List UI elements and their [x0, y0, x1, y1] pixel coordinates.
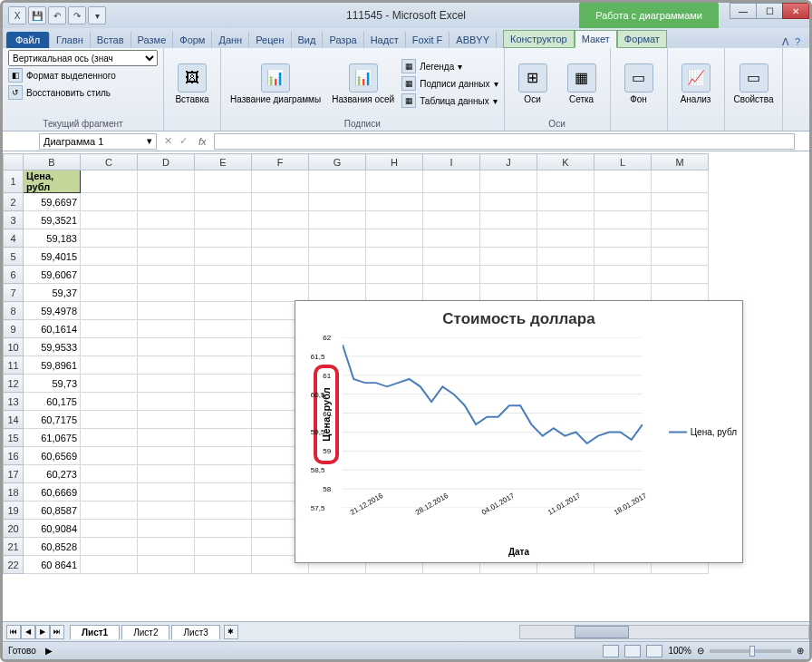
minimize-button[interactable]: — — [730, 3, 757, 19]
axes-icon: ⊞ — [518, 63, 547, 92]
axis-titles-button[interactable]: 📊Названия осей — [328, 62, 398, 106]
tab-chart-layout[interactable]: Макет — [575, 30, 617, 48]
legend-swatch — [669, 431, 687, 433]
gridlines-icon: ▦ — [567, 63, 596, 92]
gridlines-button[interactable]: ▦Сетка — [559, 62, 604, 106]
embedded-chart[interactable]: Стоимость доллара Цена, рубл 6261,56160,… — [295, 300, 743, 563]
sheet-tab-1[interactable]: Лист1 — [70, 625, 120, 639]
sheet-tab-bar: ⏮ ◀ ▶ ⏭ Лист1 Лист2 Лист3 ✱ — [3, 621, 809, 641]
formula-input[interactable] — [214, 133, 795, 150]
qat-undo-icon[interactable]: ↶ — [48, 6, 66, 24]
analysis-icon: 📈 — [682, 63, 710, 92]
chart-tools-context: Работа с диаграммами — [579, 3, 719, 28]
reset-style-button[interactable]: ↺Восстановить стиль — [8, 84, 158, 101]
data-table-button[interactable]: ▦Таблица данных ▾ — [401, 92, 498, 109]
axis-titles-icon: 📊 — [349, 63, 378, 92]
pagebreak-view-button[interactable] — [646, 645, 662, 657]
tab-review[interactable]: Рецен — [249, 32, 291, 48]
enter-icon[interactable]: ✓ — [176, 135, 191, 147]
ribbon: Вертикальная ось (знач ◧Формат выделенно… — [3, 48, 809, 131]
reset-style-icon: ↺ — [8, 85, 23, 100]
group-labels: 📊Название диаграммы 📊Названия осей ▦Леге… — [221, 48, 505, 131]
macro-record-icon[interactable]: ▶ — [45, 646, 53, 656]
sheet-tab-3[interactable]: Лист3 — [171, 625, 219, 639]
ribbon-tabs: Файл Главн Встав Разме Форм Данн Рецен В… — [3, 28, 809, 48]
zoom-out-button[interactable]: ⊖ — [697, 646, 704, 656]
sheet-tab-2[interactable]: Лист2 — [121, 625, 169, 639]
scrollbar-thumb[interactable] — [575, 626, 629, 638]
tab-developer[interactable]: Разра — [323, 32, 363, 48]
new-sheet-button[interactable]: ✱ — [224, 625, 238, 639]
group-background: ▭Фон — [611, 48, 668, 131]
tab-view[interactable]: Вид — [292, 32, 324, 48]
title-bar: X 💾 ↶ ↷ ▾ 111545 - Microsoft Excel Работ… — [3, 3, 809, 28]
qat-dropdown-icon[interactable]: ▾ — [88, 6, 106, 24]
sheet-nav-prev[interactable]: ◀ — [21, 625, 35, 639]
qat-redo-icon[interactable]: ↷ — [68, 6, 86, 24]
chart-title-icon: 📊 — [261, 63, 290, 92]
sheet-nav-next[interactable]: ▶ — [35, 625, 50, 639]
background-icon: ▭ — [624, 63, 653, 92]
insert-button[interactable]: 🖼Вставка — [169, 62, 215, 106]
qat-save-icon[interactable]: 💾 — [28, 6, 46, 24]
zoom-slider[interactable] — [710, 649, 791, 653]
tab-chart-design[interactable]: Конструктор — [503, 30, 575, 48]
zoom-in-button[interactable]: ⊕ — [797, 646, 804, 656]
normal-view-button[interactable] — [603, 645, 619, 657]
tab-data[interactable]: Данн — [212, 32, 249, 48]
chart-title-button[interactable]: 📊Название диаграммы — [227, 62, 324, 106]
maximize-button[interactable]: ☐ — [756, 3, 783, 19]
tab-insert[interactable]: Встав — [91, 32, 131, 48]
tab-chart-format[interactable]: Формат — [617, 30, 667, 48]
plot-area[interactable] — [343, 337, 643, 508]
tab-pagelayout[interactable]: Разме — [131, 32, 174, 48]
sheet-nav-last[interactable]: ⏭ — [50, 625, 64, 639]
formula-bar: Диаграмма 1▾ ✕ ✓ fx — [3, 131, 809, 151]
legend-icon: ▦ — [401, 59, 416, 73]
namebox-dropdown-icon[interactable]: ▾ — [147, 135, 152, 147]
legend-button[interactable]: ▦Легенда ▾ — [401, 58, 498, 74]
pagelayout-view-button[interactable] — [624, 645, 641, 657]
window-controls: — ☐ ✕ — [730, 3, 809, 19]
format-selection-icon: ◧ — [8, 68, 23, 83]
chart-legend[interactable]: Цена, рубл — [669, 427, 737, 437]
format-selection-button[interactable]: ◧Формат выделенного — [8, 67, 158, 83]
properties-button[interactable]: ▭Свойства — [730, 62, 778, 106]
group-current-selection: Вертикальная ось (знач ◧Формат выделенно… — [3, 48, 164, 131]
data-labels-button[interactable]: ▦Подписи данных ▾ — [401, 75, 498, 92]
data-labels-icon: ▦ — [401, 76, 416, 91]
group-analysis: 📈Анализ — [668, 48, 725, 131]
group-axes: ⊞Оси ▦Сетка Оси — [505, 48, 611, 131]
status-text: Готово — [8, 646, 36, 656]
chart-title[interactable]: Стоимость доллара — [295, 301, 742, 332]
name-box[interactable]: Диаграмма 1▾ — [39, 133, 157, 150]
tab-abbyy[interactable]: ABBYY — [450, 32, 497, 48]
tab-foxit[interactable]: Foxit F — [406, 32, 450, 48]
group-properties: ▭Свойства — [725, 48, 784, 131]
close-button[interactable]: ✕ — [782, 3, 809, 19]
excel-icon[interactable]: X — [8, 6, 26, 24]
window-title: 111545 - Microsoft Excel — [346, 9, 466, 22]
x-axis-title[interactable]: Дата — [508, 547, 529, 557]
tab-formulas[interactable]: Форм — [173, 32, 212, 48]
status-bar: Готово ▶ 100% ⊖ ⊕ — [3, 641, 809, 659]
sheet-nav-first[interactable]: ⏮ — [6, 625, 21, 639]
cancel-icon[interactable]: ✕ — [160, 135, 176, 147]
analysis-button[interactable]: 📈Анализ — [673, 62, 719, 106]
horizontal-scrollbar[interactable] — [519, 625, 809, 639]
zoom-level[interactable]: 100% — [668, 646, 691, 656]
chart-element-selector[interactable]: Вертикальная ось (знач — [8, 50, 158, 66]
quick-access-toolbar: X 💾 ↶ ↷ ▾ — [3, 6, 106, 24]
tab-addins[interactable]: Надст — [364, 32, 406, 48]
minimize-ribbon-icon[interactable]: ᐱ — [782, 36, 789, 48]
axes-button[interactable]: ⊞Оси — [510, 62, 556, 106]
group-insert: 🖼Вставка — [164, 48, 221, 131]
tab-file[interactable]: Файл — [6, 32, 50, 48]
picture-icon: 🖼 — [178, 63, 207, 92]
properties-icon: ▭ — [740, 63, 768, 92]
background-button[interactable]: ▭Фон — [616, 62, 662, 106]
fx-label[interactable]: fx — [191, 136, 214, 147]
help-icon[interactable]: ? — [795, 36, 800, 48]
tab-home[interactable]: Главн — [50, 32, 91, 48]
data-table-icon: ▦ — [401, 93, 416, 108]
